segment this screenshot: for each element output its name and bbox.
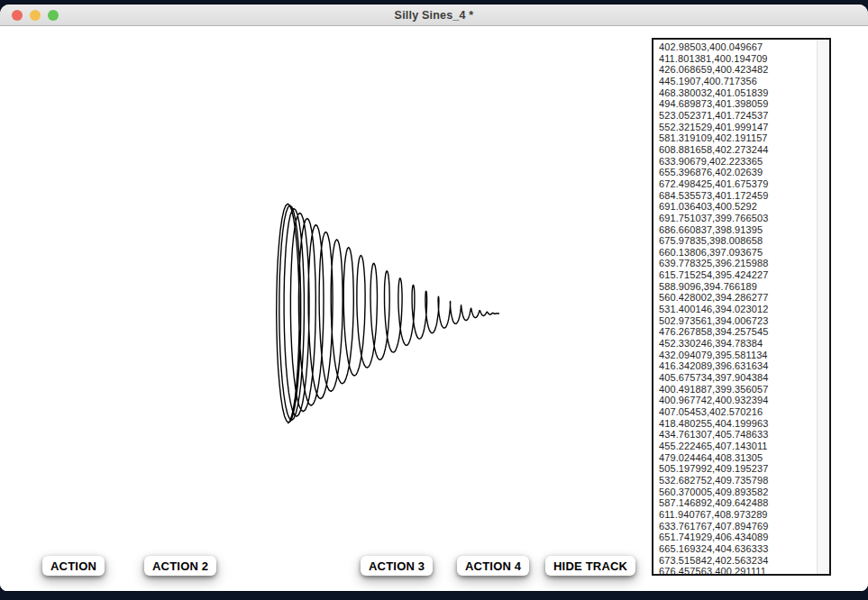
track-point-row: 686.660837,398.91395 xyxy=(659,224,829,236)
track-point-row: 455.222465,407.143011 xyxy=(659,441,829,452)
track-point-row: 531.400146,394.023012 xyxy=(659,304,829,315)
track-point-row: 611.940767,408.973289 xyxy=(659,509,829,521)
sine-cone-path xyxy=(277,204,499,423)
track-point-row: 445.1907,400.717356 xyxy=(659,76,829,87)
action-2-button[interactable]: ACTION 2 xyxy=(144,556,216,576)
track-coordinates-list: 402.98503,400.049667411.801381,400.19470… xyxy=(653,40,829,576)
track-point-row: 432.094079,395.581134 xyxy=(659,350,829,361)
track-point-row: 479.024464,408.31305 xyxy=(659,452,829,464)
track-point-row: 673.515842,402.563234 xyxy=(659,555,829,567)
track-point-row: 560.370005,409.893582 xyxy=(659,486,829,498)
track-point-row: 633.761767,407.894769 xyxy=(659,521,829,532)
track-point-row: 452.330246,394.78384 xyxy=(659,338,829,350)
track-point-row: 660.13806,397.093675 xyxy=(659,247,829,259)
track-point-row: 400.967742,400.932394 xyxy=(659,395,829,406)
track-point-row: 402.98503,400.049667 xyxy=(659,41,829,53)
action-button[interactable]: ACTION xyxy=(42,556,105,576)
track-point-row: 560.428002,394.286277 xyxy=(659,292,829,304)
track-point-row: 532.682752,409.735798 xyxy=(659,475,829,486)
track-point-row: 418.480255,404.199963 xyxy=(659,418,829,430)
track-point-row: 675.97835,398.008658 xyxy=(659,235,829,247)
track-point-row: 691.751037,399.766503 xyxy=(659,213,829,224)
scrollbar-track[interactable] xyxy=(817,40,829,574)
track-point-row: 476.267858,394.257545 xyxy=(659,326,829,338)
track-point-row: 434.761307,405.748633 xyxy=(659,429,829,441)
track-point-row: 468.380032,401.051839 xyxy=(659,87,829,99)
track-point-row: 581.319109,402.191157 xyxy=(659,132,829,144)
track-point-row: 411.801381,400.194709 xyxy=(659,53,829,65)
track-point-row: 665.169324,404.636333 xyxy=(659,543,829,555)
track-point-row: 416.342089,396.631634 xyxy=(659,360,829,372)
track-point-row: 615.715254,395.424227 xyxy=(659,269,829,281)
track-point-row: 608.881658,402.273244 xyxy=(659,144,829,156)
track-point-row: 633.90679,402.223365 xyxy=(659,156,829,168)
track-point-row: 494.689873,401.398059 xyxy=(659,98,829,110)
drawing-stage[interactable]: 402.98503,400.049667411.801381,400.19470… xyxy=(0,26,868,591)
track-point-row: 655.396876,402.02639 xyxy=(659,167,829,178)
track-point-row: 502.973561,394.006723 xyxy=(659,315,829,327)
track-point-row: 505.197992,409.195237 xyxy=(659,463,829,475)
track-point-row: 426.068659,400.423482 xyxy=(659,64,829,76)
action-3-button[interactable]: ACTION 3 xyxy=(361,556,433,576)
track-point-row: 588.9096,394.766189 xyxy=(659,281,829,293)
track-point-row: 552.321529,401.999147 xyxy=(659,122,829,133)
track-point-row: 651.741929,406.434089 xyxy=(659,532,829,543)
track-point-row: 587.146892,409.642488 xyxy=(659,497,829,509)
action-4-button[interactable]: ACTION 4 xyxy=(457,556,529,576)
track-point-row: 684.535573,401.172459 xyxy=(659,190,829,202)
track-point-row: 407.05453,402.570216 xyxy=(659,406,829,418)
track-point-row: 400.491887,399.356057 xyxy=(659,384,829,395)
track-point-row: 672.498425,401.675379 xyxy=(659,178,829,190)
hide-track-button[interactable]: HIDE TRACK xyxy=(545,556,635,576)
track-point-row: 639.778325,396.215988 xyxy=(659,258,829,269)
track-point-row: 676.457563,400.291111 xyxy=(659,566,829,576)
track-coordinates-panel[interactable]: 402.98503,400.049667411.801381,400.19470… xyxy=(652,38,831,576)
track-point-row: 523.052371,401.724537 xyxy=(659,110,829,122)
app-window: Silly Sines_4 * 402.98503,400.049667411.… xyxy=(0,5,868,591)
track-point-row: 405.675734,397.904384 xyxy=(659,372,829,384)
track-point-row: 691.036403,400.5292 xyxy=(659,201,829,213)
